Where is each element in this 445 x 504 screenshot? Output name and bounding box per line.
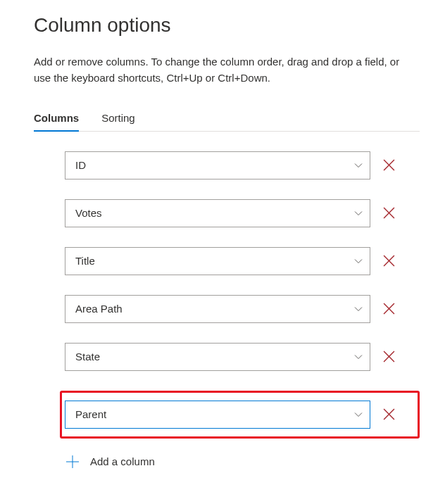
close-icon (383, 408, 395, 420)
close-icon (383, 207, 395, 219)
close-icon (383, 159, 395, 171)
tabs-container: Columns Sorting (34, 112, 420, 132)
dropdown-label: Area Path (75, 303, 123, 315)
column-row: State (65, 343, 420, 371)
description-text: Add or remove columns. To change the col… (34, 53, 407, 87)
dropdown-label: Votes (75, 207, 102, 219)
column-row: Votes (65, 199, 420, 227)
chevron-down-icon (354, 353, 363, 361)
add-column-label: Add a column (90, 455, 155, 467)
close-icon (383, 255, 395, 267)
chevron-down-icon (354, 410, 363, 419)
column-row: ID (65, 151, 420, 179)
dropdown-label: Parent (75, 408, 106, 420)
columns-list: ID Votes Title (65, 151, 420, 468)
page-title: Column options (34, 14, 420, 37)
column-dropdown[interactable]: Votes (65, 199, 370, 227)
chevron-down-icon (354, 305, 363, 313)
plus-icon (66, 455, 79, 468)
column-dropdown[interactable]: Area Path (65, 295, 370, 323)
add-column-button[interactable]: Add a column (65, 455, 420, 468)
dropdown-label: ID (75, 159, 86, 171)
dropdown-label: Title (75, 255, 95, 267)
tab-columns[interactable]: Columns (34, 112, 79, 131)
remove-button[interactable] (380, 406, 397, 423)
remove-button[interactable] (380, 301, 397, 317)
chevron-down-icon (354, 161, 363, 170)
tab-sorting[interactable]: Sorting (101, 112, 135, 131)
column-dropdown[interactable]: Parent (65, 401, 370, 429)
remove-button[interactable] (380, 205, 397, 222)
close-icon (383, 303, 395, 315)
remove-button[interactable] (380, 157, 397, 174)
column-dropdown[interactable]: ID (65, 151, 370, 179)
dropdown-label: State (75, 351, 100, 363)
chevron-down-icon (354, 209, 363, 218)
column-dropdown[interactable]: State (65, 343, 370, 371)
chevron-down-icon (354, 257, 363, 265)
column-row-highlighted: Parent (60, 391, 420, 439)
remove-button[interactable] (380, 253, 397, 270)
column-row: Title (65, 247, 420, 275)
column-row: Area Path (65, 295, 420, 323)
remove-button[interactable] (380, 348, 397, 365)
column-dropdown[interactable]: Title (65, 247, 370, 275)
close-icon (383, 351, 395, 363)
